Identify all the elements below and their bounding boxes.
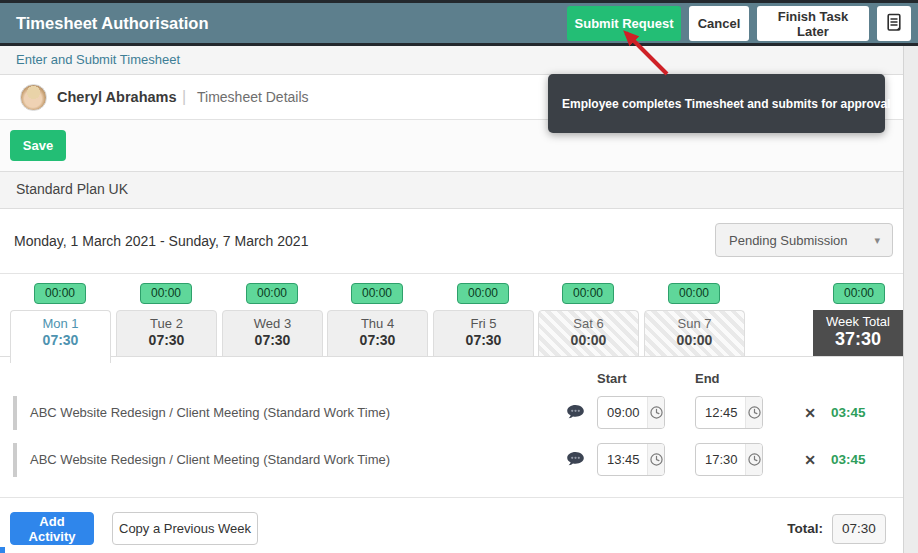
tab-day-label: Wed 3 (223, 316, 322, 331)
tooltip: Employee completes Timesheet and submits… (548, 74, 885, 133)
tabs-baseline (0, 356, 903, 357)
tab-mon-1[interactable]: Mon 1 07:30 (10, 310, 111, 363)
week-total-value: 37:30 (813, 329, 903, 350)
separator (0, 273, 903, 274)
tab-day-label: Tue 2 (117, 316, 216, 331)
remove-row-icon[interactable]: ✕ (800, 394, 820, 432)
activity-name: ABC Website Redesign / Client Meeting (S… (30, 394, 390, 432)
tab-sat-6[interactable]: Sat 6 00:00 (538, 310, 639, 357)
end-time-input[interactable] (696, 444, 745, 475)
save-button[interactable]: Save (10, 130, 66, 161)
start-column-header: Start (597, 371, 627, 386)
start-time-input[interactable] (598, 444, 647, 475)
notes-button[interactable] (877, 6, 911, 41)
tab-day-label: Sat 6 (539, 316, 638, 331)
day-badge-fri: 00:00 (457, 283, 509, 304)
clock-icon[interactable] (647, 397, 664, 428)
add-activity-button[interactable]: Add Activity (10, 512, 94, 545)
status-select[interactable]: Pending Submission ▾ (715, 223, 893, 257)
clock-icon[interactable] (745, 444, 762, 475)
row-duration: 03:45 (831, 394, 866, 432)
caret-down-icon: ▾ (874, 234, 892, 247)
tab-day-total: 00:00 (539, 332, 638, 348)
clock-icon[interactable] (647, 444, 664, 475)
page-title: Timesheet Authorisation (16, 3, 209, 43)
tab-day-total: 07:30 (328, 332, 427, 348)
total-label: Total: (781, 512, 823, 545)
tab-day-label: Mon 1 (11, 316, 110, 331)
week-range: Monday, 1 March 2021 - Sunday, 7 March 2… (14, 209, 308, 273)
scrollbar-track[interactable] (903, 46, 918, 553)
timesheet-page: Timesheet Authorisation Submit Request C… (0, 0, 918, 553)
user-name: Cheryl Abrahams (57, 75, 177, 120)
tab-day-label: Sun 7 (645, 316, 744, 331)
tooltip-text: Employee completes Timesheet and submits… (562, 97, 891, 111)
breadcrumb[interactable]: Enter and Submit Timesheet (16, 46, 180, 75)
tab-wed-3[interactable]: Wed 3 07:30 (222, 310, 323, 357)
activity-row: ABC Website Redesign / Client Meeting (S… (0, 441, 903, 479)
tab-tue-2[interactable]: Tue 2 07:30 (116, 310, 217, 357)
activity-name: ABC Website Redesign / Client Meeting (S… (30, 441, 390, 479)
activity-accent-bar (13, 396, 17, 430)
day-badge-mon: 00:00 (34, 283, 86, 304)
end-column-header: End (695, 371, 720, 386)
day-badge-tue: 00:00 (140, 283, 192, 304)
plan-name: Standard Plan UK (16, 171, 128, 209)
clock-icon[interactable] (745, 397, 762, 428)
start-time-field (597, 443, 665, 476)
end-time-field (695, 443, 763, 476)
status-value: Pending Submission (716, 233, 874, 248)
tab-fri-5[interactable]: Fri 5 07:30 (433, 310, 534, 357)
separator (0, 497, 903, 498)
tab-sun-7[interactable]: Sun 7 00:00 (644, 310, 745, 357)
remove-row-icon[interactable]: ✕ (800, 441, 820, 479)
start-time-field (597, 396, 665, 429)
day-badge-wed: 00:00 (246, 283, 298, 304)
day-badge-sun: 00:00 (668, 283, 720, 304)
tab-day-total: 07:30 (11, 332, 110, 348)
tab-day-total: 00:00 (645, 332, 744, 348)
tab-day-total: 07:30 (434, 332, 533, 348)
section-label: Timesheet Details (197, 75, 309, 120)
tab-day-label: Thu 4 (328, 316, 427, 331)
comment-icon[interactable] (566, 404, 586, 422)
plan-panel-header (0, 171, 903, 209)
row-duration: 03:45 (831, 441, 866, 479)
week-total-badge: 00:00 (833, 283, 885, 304)
week-total: Week Total 37:30 (813, 310, 903, 357)
notes-icon (886, 13, 902, 35)
total-value: 07:30 (832, 514, 886, 544)
tab-thu-4[interactable]: Thu 4 07:30 (327, 310, 428, 357)
end-time-field (695, 396, 763, 429)
activity-accent-bar (13, 443, 17, 477)
avatar (20, 84, 47, 111)
divider: | (182, 75, 186, 120)
day-badge-sat: 00:00 (562, 283, 614, 304)
finish-task-later-button[interactable]: Finish Task Later (757, 6, 869, 41)
submit-request-button[interactable]: Submit Request (567, 6, 681, 41)
copy-previous-week-button[interactable]: Copy a Previous Week (112, 512, 258, 545)
activity-row: ABC Website Redesign / Client Meeting (S… (0, 394, 903, 432)
tab-day-label: Fri 5 (434, 316, 533, 331)
start-time-input[interactable] (598, 397, 647, 428)
day-badge-thu: 00:00 (351, 283, 403, 304)
week-total-label: Week Total (813, 314, 903, 329)
offscreen-button-sliver (0, 547, 5, 553)
end-time-input[interactable] (696, 397, 745, 428)
tab-day-total: 07:30 (223, 332, 322, 348)
cancel-button[interactable]: Cancel (689, 6, 749, 41)
tab-day-total: 07:30 (117, 332, 216, 348)
comment-icon[interactable] (566, 451, 586, 469)
